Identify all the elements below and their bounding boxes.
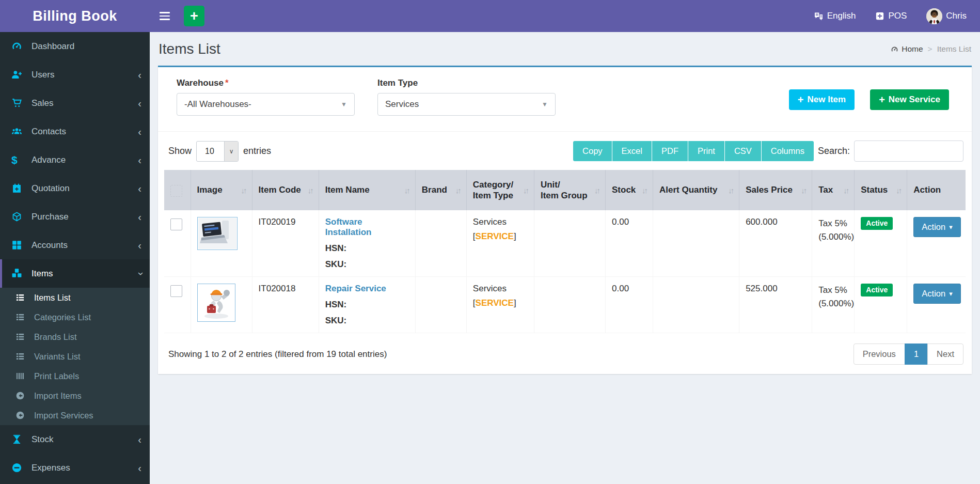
- quick-add-button[interactable]: +: [184, 6, 204, 26]
- sidebar-item-users[interactable]: Users ‹: [0, 60, 150, 89]
- sales-price-cell: 600.000: [739, 210, 812, 277]
- column-header-sales-price[interactable]: Sales Price↓↑: [739, 170, 812, 210]
- sidebar-subitem-label: Categories List: [34, 313, 91, 322]
- sidebar-subitem-import-services[interactable]: Import Services: [0, 405, 150, 425]
- sidebar-item-label: Users: [31, 70, 54, 80]
- page-length-select[interactable]: 10 ∨: [196, 141, 239, 162]
- sidebar-item-sales[interactable]: Sales ‹: [0, 89, 150, 117]
- page-length-value: 10: [197, 142, 224, 161]
- sidebar-item-accounts[interactable]: Accounts ‹: [0, 231, 150, 259]
- pos-button[interactable]: POS: [875, 11, 907, 21]
- app-window: Billing Book + English POS: [0, 0, 980, 484]
- items-table: Image↓↑ Item Code↓↑ Item Name↓↑ Brand↓↑ …: [164, 170, 966, 333]
- column-header-stock[interactable]: Stock↓↑: [606, 170, 653, 210]
- brand-cell: [415, 277, 466, 333]
- language-icon: [814, 11, 824, 21]
- column-header-item-name[interactable]: Item Name↓↑: [319, 170, 415, 210]
- column-header-item-code[interactable]: Item Code↓↑: [252, 170, 319, 210]
- export-csv-button[interactable]: CSV: [725, 141, 762, 161]
- sidebar-item-items[interactable]: Items ‹: [0, 259, 150, 288]
- sidebar-item-quotation[interactable]: Quotation ‹: [0, 174, 150, 202]
- export-copy-button[interactable]: Copy: [573, 141, 612, 161]
- sidebar-subitem-variants-list[interactable]: Variants List: [0, 347, 150, 366]
- breadcrumb-separator: >: [928, 44, 932, 54]
- sidebar-subitem-import-items[interactable]: Import Items: [0, 386, 150, 405]
- action-button[interactable]: Action▾: [913, 217, 960, 237]
- export-columns-button[interactable]: Columns: [762, 141, 814, 161]
- sidebar-item-advance[interactable]: $ Advance ‹: [0, 146, 150, 174]
- column-header-tax[interactable]: Tax↓↑: [812, 170, 855, 210]
- next-page-button[interactable]: Next: [927, 344, 963, 365]
- warehouse-select[interactable]: -All Warehouses- ▼: [177, 93, 355, 116]
- item-type-tag: SERVICE: [476, 231, 514, 241]
- item-name-link[interactable]: Repair Service: [325, 284, 386, 294]
- items-list-box: Warehouse* -All Warehouses- ▼ Item Type …: [158, 66, 972, 374]
- row-checkbox[interactable]: [170, 285, 182, 297]
- export-print-button[interactable]: Print: [688, 141, 725, 161]
- chevron-left-icon: ‹: [138, 463, 141, 473]
- column-header-category-item-type[interactable]: Category/Item Type↓↑: [466, 170, 534, 210]
- breadcrumb-home-link[interactable]: Home: [891, 44, 923, 54]
- plus-icon: +: [798, 95, 804, 105]
- users-icon: [11, 126, 25, 137]
- new-service-button[interactable]: + New Service: [870, 89, 949, 110]
- language-menu[interactable]: English: [814, 11, 856, 21]
- dashboard-icon: [11, 41, 25, 52]
- items-submenu: Items List Categories List Brands List: [0, 288, 150, 425]
- sort-icon: ↓↑: [839, 186, 848, 195]
- sidebar-item-purchase[interactable]: Purchase ‹: [0, 202, 150, 231]
- previous-page-button[interactable]: Previous: [853, 344, 905, 365]
- user-name: Chris: [946, 11, 967, 21]
- column-header-status[interactable]: Status↓↑: [855, 170, 907, 210]
- item-type-label: Item Type: [377, 78, 556, 88]
- export-buttons: Copy Excel PDF Print CSV Columns: [573, 141, 814, 161]
- sort-icon: ↓↑: [638, 186, 646, 195]
- sidebar-subitem-categories-list[interactable]: Categories List: [0, 307, 150, 327]
- select-all-checkbox[interactable]: [170, 185, 182, 197]
- sidebar-item-label: Quotation: [31, 183, 70, 194]
- sort-icon: ↓↑: [797, 186, 805, 195]
- chevron-left-icon: ‹: [138, 98, 141, 108]
- warehouse-select-value: -All Warehouses-: [184, 99, 251, 110]
- status-badge: Active: [861, 284, 893, 296]
- column-header-unit-item-group[interactable]: Unit/Item Group↓↑: [534, 170, 605, 210]
- export-pdf-button[interactable]: PDF: [652, 141, 688, 161]
- sku-label: SKU:: [325, 316, 409, 326]
- sidebar-item-expenses[interactable]: Expenses ‹: [0, 454, 150, 482]
- tax-cell: Tax 5% (5.000%): [812, 277, 855, 333]
- entries-summary: Showing 1 to 2 of 2 entries (filtered fr…: [168, 349, 387, 360]
- item-name-link[interactable]: Software Installation: [325, 217, 409, 238]
- sidebar-item-dashboard[interactable]: Dashboard: [0, 32, 150, 60]
- user-menu[interactable]: Chris: [926, 8, 967, 24]
- page-1-button[interactable]: 1: [905, 344, 928, 365]
- item-thumbnail: [197, 217, 238, 250]
- content-area: Items List Home > Items List Warehouse*: [150, 32, 980, 484]
- chevron-left-icon: ‹: [138, 183, 141, 194]
- column-header-alert-quantity[interactable]: Alert Quantity↓↑: [653, 170, 739, 210]
- new-item-button[interactable]: + New Item: [789, 89, 855, 110]
- sidebar-item-contacts[interactable]: Contacts ‹: [0, 117, 150, 146]
- page-length-control: Show 10 ∨ entries: [168, 141, 271, 162]
- column-header-brand[interactable]: Brand↓↑: [415, 170, 466, 210]
- row-checkbox[interactable]: [170, 218, 182, 230]
- search-input[interactable]: [854, 140, 963, 162]
- sort-icon: ↓↑: [304, 186, 312, 195]
- cart-icon: [11, 98, 25, 109]
- hsn-label: HSN:: [325, 243, 409, 254]
- chevron-left-icon: ‹: [138, 127, 141, 137]
- sidebar-toggle-icon[interactable]: [150, 12, 180, 20]
- app-brand[interactable]: Billing Book: [0, 0, 150, 32]
- category-cell: Services [SERVICE]: [466, 277, 534, 333]
- column-header-image[interactable]: Image↓↑: [191, 170, 252, 210]
- sidebar-subitem-items-list[interactable]: Items List: [0, 288, 150, 307]
- sidebar-subitem-print-labels[interactable]: Print Labels: [0, 366, 150, 386]
- caret-down-icon: ▾: [949, 290, 953, 298]
- sidebar-item-stock[interactable]: Stock ‹: [0, 425, 150, 454]
- sidebar-subitem-brands-list[interactable]: Brands List: [0, 327, 150, 347]
- action-button[interactable]: Action▾: [913, 284, 960, 304]
- search-label: Search:: [818, 146, 850, 157]
- chevron-down-icon: ∨: [224, 142, 238, 161]
- item-type-select[interactable]: Services ▼: [377, 93, 556, 116]
- pagination: Previous 1 Next: [853, 344, 963, 365]
- export-excel-button[interactable]: Excel: [612, 141, 652, 161]
